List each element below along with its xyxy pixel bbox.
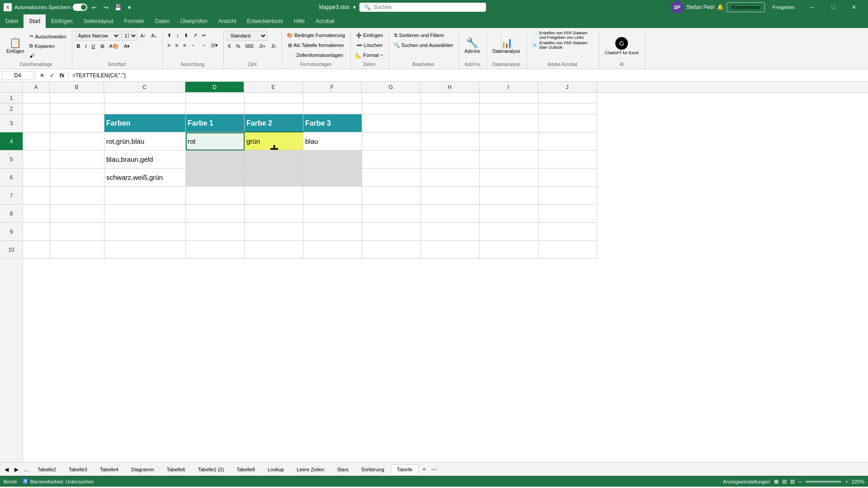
- cell-h6[interactable]: [421, 169, 480, 187]
- search-input[interactable]: [373, 4, 481, 10]
- cell-h4[interactable]: [421, 132, 480, 150]
- cell-j7[interactable]: [538, 187, 597, 205]
- currency-button[interactable]: €: [226, 42, 233, 51]
- decrease-decimal-button[interactable]: .0-: [269, 42, 278, 51]
- insert-function-button[interactable]: fx: [57, 71, 66, 80]
- tab-einfuegen[interactable]: Einfügen: [46, 14, 78, 28]
- cell-d8[interactable]: [186, 205, 245, 223]
- cell-a3[interactable]: [23, 114, 50, 132]
- delete-cells-button[interactable]: ➖ Löschen: [354, 41, 385, 50]
- cell-i1[interactable]: [480, 93, 538, 103]
- cell-d2[interactable]: [186, 103, 245, 114]
- tab-next-button[interactable]: ▶: [12, 465, 21, 474]
- copy-button[interactable]: ⧉ Kopieren: [28, 42, 68, 51]
- tab-hilfe[interactable]: Hilfe: [288, 14, 310, 28]
- cell-h1[interactable]: [421, 93, 480, 103]
- increase-decimal-button[interactable]: .0+: [257, 42, 268, 51]
- autosave-toggle[interactable]: Automatisches Speichern: [14, 4, 87, 11]
- cell-a6[interactable]: [23, 169, 50, 187]
- cell-e5[interactable]: [245, 150, 303, 169]
- cell-i9[interactable]: [480, 223, 538, 241]
- cell-h5[interactable]: [421, 150, 480, 169]
- cell-j10[interactable]: [538, 241, 597, 259]
- undo-button[interactable]: ↩: [90, 3, 99, 12]
- italic-button[interactable]: I: [84, 42, 89, 51]
- cell-f7[interactable]: [303, 187, 362, 205]
- cell-c1[interactable]: [104, 93, 186, 103]
- cell-f9[interactable]: [303, 223, 362, 241]
- cell-c10[interactable]: [104, 241, 186, 259]
- zoom-in-button[interactable]: +: [845, 479, 848, 484]
- close-button[interactable]: ✕: [844, 0, 864, 14]
- align-bottom-button[interactable]: ⬇: [182, 31, 190, 40]
- cell-a4[interactable]: [23, 132, 50, 150]
- cell-j1[interactable]: [538, 93, 597, 103]
- cell-e1[interactable]: [245, 93, 303, 103]
- cell-a7[interactable]: [23, 187, 50, 205]
- cell-f3[interactable]: Farbe 3: [303, 114, 362, 132]
- cell-f1[interactable]: [303, 93, 362, 103]
- cell-h3[interactable]: [421, 114, 480, 132]
- thousands-button[interactable]: 000: [243, 42, 255, 51]
- sheet-tab-tabelle-active[interactable]: Tabelle: [391, 465, 419, 474]
- row-header-4[interactable]: 4: [0, 132, 23, 150]
- align-left-button[interactable]: ≡: [165, 41, 172, 50]
- percent-button[interactable]: %: [234, 42, 242, 51]
- sheet-tab-tabelle3[interactable]: Tabelle3: [63, 465, 93, 474]
- formula-cancel-button[interactable]: ✕: [38, 71, 47, 80]
- tab-prev-button[interactable]: ◀: [2, 465, 11, 474]
- tab-ansicht[interactable]: Ansicht: [213, 14, 241, 28]
- bold-button[interactable]: B: [75, 42, 82, 51]
- cell-a9[interactable]: [23, 223, 50, 241]
- cell-a8[interactable]: [23, 205, 50, 223]
- corner-cell[interactable]: [0, 82, 23, 92]
- search-bar[interactable]: 🔍: [359, 3, 486, 12]
- data-analysis-button[interactable]: 📊 Datenanalyse: [490, 33, 523, 60]
- sheet-tab-lookup[interactable]: Lookup: [262, 465, 290, 474]
- cell-d1[interactable]: [186, 93, 245, 103]
- border-button[interactable]: ⊞: [99, 42, 106, 51]
- chatgpt-button[interactable]: G ChatGPT for Excel: [602, 33, 642, 60]
- cell-e7[interactable]: [245, 187, 303, 205]
- align-center-button[interactable]: ≡: [174, 41, 180, 50]
- col-header-c[interactable]: C: [104, 82, 185, 92]
- cell-a1[interactable]: [23, 93, 50, 103]
- cell-e10[interactable]: [245, 241, 303, 259]
- cell-g2[interactable]: [362, 103, 421, 114]
- sheet-tab-tabelle8[interactable]: Tabelle8: [231, 465, 261, 474]
- cell-e4[interactable]: grün ✛: [245, 132, 303, 150]
- cell-f5[interactable]: [303, 150, 362, 169]
- sheet-tab-tabelle1-2[interactable]: Tabelle1 (2): [192, 465, 230, 474]
- einfuegen-button[interactable]: 📋 Einfügen: [4, 33, 27, 60]
- zoom-level[interactable]: 220%: [852, 479, 864, 484]
- filename-arrow[interactable]: ▾: [353, 4, 356, 10]
- cell-b9[interactable]: [50, 223, 104, 241]
- cell-h10[interactable]: [421, 241, 480, 259]
- cell-h2[interactable]: [421, 103, 480, 114]
- cell-j4[interactable]: [538, 132, 597, 150]
- cell-g7[interactable]: [362, 187, 421, 205]
- cell-e3[interactable]: Farbe 2: [245, 114, 303, 132]
- view-normal-button[interactable]: ▦: [774, 479, 778, 484]
- cell-b10[interactable]: [50, 241, 104, 259]
- cell-e8[interactable]: [245, 205, 303, 223]
- formula-input[interactable]: =TEXTTEILEN(C4;","): [71, 71, 866, 80]
- cell-b4[interactable]: [50, 132, 104, 150]
- cell-i2[interactable]: [480, 103, 538, 114]
- redo-button[interactable]: ↪: [102, 3, 111, 12]
- indent-right-button[interactable]: →: [199, 41, 208, 50]
- cell-e2[interactable]: [245, 103, 303, 114]
- cell-b5[interactable]: [50, 150, 104, 169]
- minimize-button[interactable]: ─: [802, 0, 823, 14]
- formula-confirm-button[interactable]: ✓: [47, 71, 57, 80]
- col-header-e[interactable]: E: [244, 82, 303, 92]
- cell-i7[interactable]: [480, 187, 538, 205]
- cell-i3[interactable]: [480, 114, 538, 132]
- cell-b6[interactable]: [50, 169, 104, 187]
- avatar[interactable]: SP: [671, 1, 684, 14]
- cell-b8[interactable]: [50, 205, 104, 223]
- font-size-select[interactable]: 11: [122, 31, 137, 41]
- row-header-6[interactable]: 6: [0, 169, 23, 187]
- tab-options-button[interactable]: ⋯: [429, 465, 439, 474]
- share-button[interactable]: Freigeben: [768, 3, 799, 12]
